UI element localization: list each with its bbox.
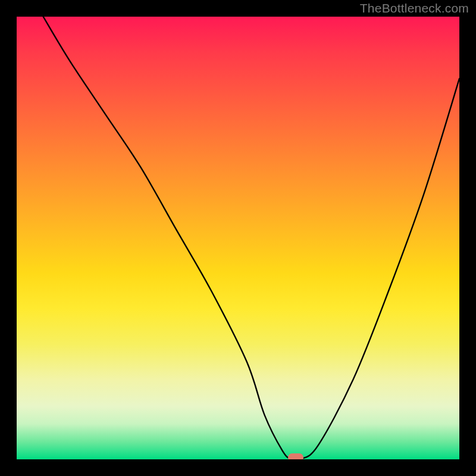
optimal-marker xyxy=(288,453,303,459)
chart-frame: TheBottleneck.com xyxy=(0,0,476,476)
plot-area xyxy=(17,17,459,459)
bottleneck-curve xyxy=(17,17,459,459)
watermark-text: TheBottleneck.com xyxy=(360,1,469,15)
